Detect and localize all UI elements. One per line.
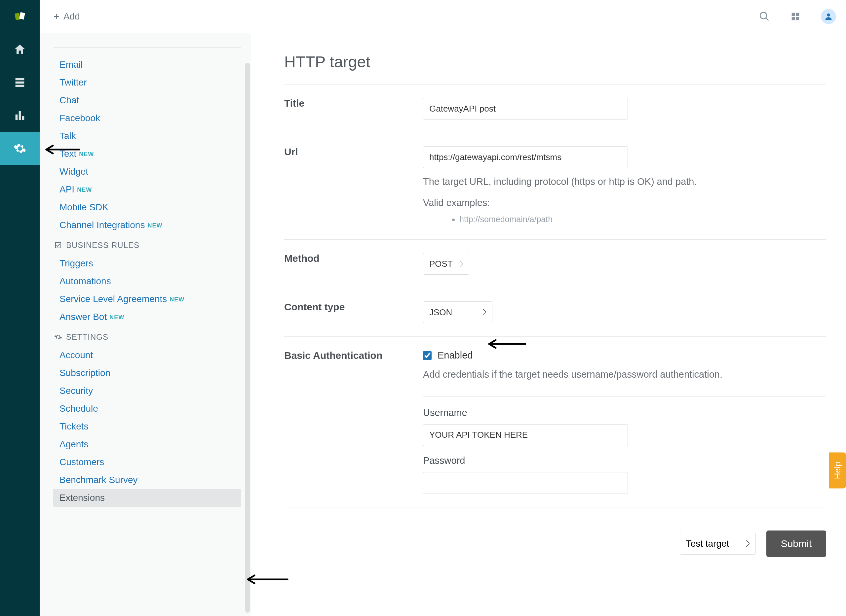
svg-point-2 <box>827 13 830 16</box>
check-square-icon <box>54 241 62 249</box>
test-target-select[interactable]: Test target <box>680 533 756 554</box>
basic-auth-checkbox[interactable] <box>423 351 432 360</box>
url-help: The target URL, including protocol (http… <box>423 175 826 189</box>
sidebar-item-security[interactable]: Security <box>53 382 241 400</box>
apps-icon[interactable] <box>790 11 801 22</box>
gear-icon <box>54 333 62 341</box>
sidebar-item-automations[interactable]: Automations <box>53 272 241 290</box>
avatar[interactable] <box>821 9 836 24</box>
sidebar-item-subscription[interactable]: Subscription <box>53 364 241 382</box>
url-input[interactable] <box>423 146 628 168</box>
url-label: Url <box>284 146 423 157</box>
section-business-rules: BUSINESS RULES <box>53 234 241 255</box>
sidebar-item-api[interactable]: APINEW <box>53 180 241 198</box>
basic-auth-help: Add credentials if the target needs user… <box>423 367 826 382</box>
rail-views[interactable] <box>0 66 40 99</box>
topbar: Add <box>40 0 846 33</box>
sidebar-item-sla[interactable]: Service Level AgreementsNEW <box>53 290 241 308</box>
url-examples-intro: Valid examples: <box>423 196 826 210</box>
add-button[interactable]: Add <box>53 11 80 22</box>
method-select[interactable]: POST <box>423 253 469 275</box>
page-title: HTTP target <box>284 53 826 71</box>
sidebar-item-widget[interactable]: Widget <box>53 163 241 180</box>
sidebar-item-twitter[interactable]: Twitter <box>53 73 241 91</box>
svg-rect-0 <box>15 13 20 20</box>
help-tab[interactable]: Help <box>829 452 846 488</box>
add-label: Add <box>63 11 80 22</box>
title-label: Title <box>284 98 423 109</box>
rail-home[interactable] <box>0 33 40 66</box>
user-icon <box>824 12 833 21</box>
main-content: HTTP target Title Url The target URL, in… <box>251 33 846 616</box>
search-icon[interactable] <box>759 11 770 22</box>
sidebar-item-answer-bot[interactable]: Answer BotNEW <box>53 308 241 326</box>
password-input[interactable] <box>423 472 628 494</box>
settings-sidebar: Email Twitter Chat Facebook Talk TextNEW… <box>40 33 251 616</box>
password-label: Password <box>423 455 826 466</box>
username-label: Username <box>423 407 826 418</box>
sidebar-item-facebook[interactable]: Facebook <box>53 109 241 127</box>
method-label: Method <box>284 253 423 264</box>
sidebar-item-schedule[interactable]: Schedule <box>53 400 241 418</box>
basic-auth-enabled-label: Enabled <box>437 350 472 361</box>
sidebar-item-customers[interactable]: Customers <box>53 453 241 471</box>
sidebar-item-channel-integrations[interactable]: Channel IntegrationsNEW <box>53 216 241 234</box>
sidebar-item-account[interactable]: Account <box>53 346 241 364</box>
submit-button[interactable]: Submit <box>767 531 826 557</box>
sidebar-item-mobile-sdk[interactable]: Mobile SDK <box>53 198 241 216</box>
svg-rect-1 <box>19 12 25 19</box>
url-examples: http://somedomain/a/path <box>423 214 826 224</box>
url-example-item: http://somedomain/a/path <box>459 214 826 224</box>
rail-admin[interactable] <box>0 132 40 165</box>
plus-icon <box>53 13 60 20</box>
rail-reports[interactable] <box>0 99 40 132</box>
brand-logo <box>0 0 40 33</box>
sidebar-item-extensions[interactable]: Extensions <box>53 489 241 507</box>
content-type-label: Content type <box>284 301 423 312</box>
sidebar-item-chat[interactable]: Chat <box>53 91 241 109</box>
title-input[interactable] <box>423 98 628 119</box>
sidebar-item-triggers[interactable]: Triggers <box>53 255 241 272</box>
sidebar-item-text[interactable]: TextNEW <box>53 145 241 163</box>
sidebar-item-email[interactable]: Email <box>53 56 241 73</box>
topbar-right <box>759 9 836 24</box>
sidebar-item-talk[interactable]: Talk <box>53 127 241 145</box>
content-type-select[interactable]: JSON <box>423 301 492 323</box>
section-settings: SETTINGS <box>53 326 241 346</box>
sidebar-item-agents[interactable]: Agents <box>53 436 241 453</box>
basic-auth-enabled-row[interactable]: Enabled <box>423 350 826 361</box>
sidebar-scrollbar[interactable] <box>245 63 250 613</box>
sidebar-item-tickets[interactable]: Tickets <box>53 418 241 436</box>
nav-rail <box>0 0 40 616</box>
username-input[interactable] <box>423 424 628 446</box>
basic-auth-label: Basic Authentication <box>284 350 423 361</box>
sidebar-item-benchmark[interactable]: Benchmark Survey <box>53 471 241 489</box>
